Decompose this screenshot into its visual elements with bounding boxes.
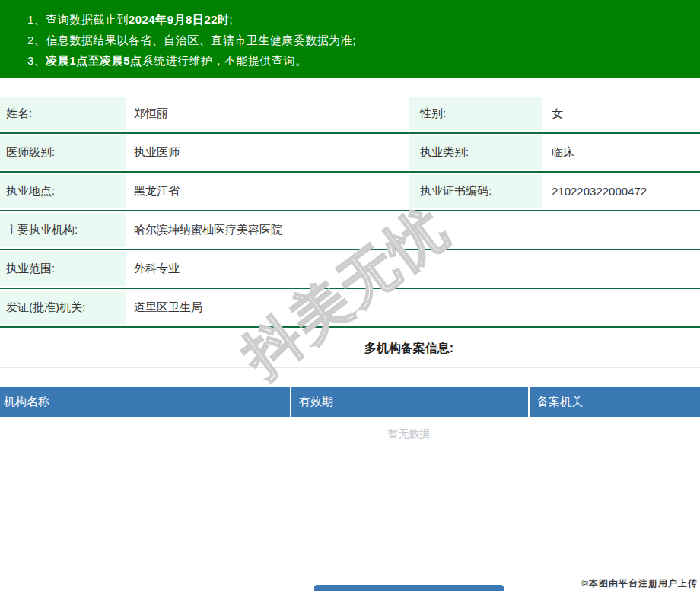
field-label-issuing-authority: 发证(批准)机关: xyxy=(0,291,126,325)
no-data-placeholder: 暂无数据 xyxy=(0,417,700,450)
table-row: 发证(批准)机关: 道里区卫生局 xyxy=(0,291,700,325)
field-label-name: 姓名: xyxy=(0,97,126,131)
column-header-institution-name: 机构名称 xyxy=(0,387,290,417)
notice-highlight: 凌晨1点至凌晨5点 xyxy=(46,54,142,67)
row-divider xyxy=(0,171,700,173)
field-value-practice-type: 临床 xyxy=(542,135,700,170)
row-divider xyxy=(0,132,700,134)
notice-line: 2、信息数据结果以各省、自治区、直辖市卫生健康委数据为准; xyxy=(27,30,700,50)
row-divider xyxy=(0,326,700,328)
field-label-main-institution: 主要执业机构: xyxy=(0,213,126,247)
notice-number: 1、 xyxy=(27,13,46,26)
close-window-button[interactable]: 〖关闭窗口〗 xyxy=(314,585,504,591)
table-row: 主要执业机构: 哈尔滨坤纳蜜柚医疗美容医院 xyxy=(0,213,700,247)
practitioner-info-table: 姓名: 郑恒丽 性别: 女 医师级别: 执业医师 执业类别: 临床 执业地点: … xyxy=(0,97,700,328)
field-label-gender: 性别: xyxy=(409,97,542,131)
row-divider xyxy=(0,210,700,211)
notice-text: ; xyxy=(230,13,234,26)
field-label-practice-type: 执业类别: xyxy=(409,135,542,170)
table-row: 执业地点: 黑龙江省 执业证书编码: 210220322000472 xyxy=(0,174,700,208)
table-bottom-divider xyxy=(0,462,700,462)
notice-banner: 1、查询数据截止到2024年9月8日22时; 2、信息数据结果以各省、自治区、直… xyxy=(0,0,700,78)
row-divider xyxy=(0,288,700,289)
field-label-certificate-no: 执业证书编码: xyxy=(409,174,542,208)
notice-text: 查询数据截止到 xyxy=(46,13,129,26)
table-row: 姓名: 郑恒丽 性别: 女 xyxy=(0,97,700,131)
notice-highlight: 2024年9月8日22时 xyxy=(129,13,230,26)
field-value-practice-place: 黑龙江省 xyxy=(126,174,409,208)
multi-institution-section-title: 多机构备案信息: xyxy=(0,340,700,356)
field-value-main-institution: 哈尔滨坤纳蜜柚医疗美容医院 xyxy=(126,213,700,247)
upload-credit-text: ©本图由平台注册用户上传 xyxy=(581,577,698,590)
table-row: 医师级别: 执业医师 执业类别: 临床 xyxy=(0,135,700,170)
field-value-gender: 女 xyxy=(542,97,700,131)
filing-table-header: 机构名称 有效期 备案机关 xyxy=(0,387,700,417)
notice-line: 1、查询数据截止到2024年9月8日22时; xyxy=(27,9,700,30)
field-value-practice-scope: 外科专业 xyxy=(126,252,700,286)
notice-number: 3、 xyxy=(27,54,46,67)
column-header-validity-period: 有效期 xyxy=(290,387,528,417)
query-result-page: 1、查询数据截止到2024年9月8日22时; 2、信息数据结果以各省、自治区、直… xyxy=(0,0,700,591)
row-divider xyxy=(0,249,700,250)
notice-number: 2、 xyxy=(27,33,46,46)
field-value-doctor-level: 执业医师 xyxy=(126,135,409,170)
field-value-certificate-no: 210220322000472 xyxy=(542,174,700,208)
field-label-practice-scope: 执业范围: xyxy=(0,252,126,286)
notice-text: 系统进行维护，不能提供查询。 xyxy=(142,54,307,67)
field-label-doctor-level: 医师级别: xyxy=(0,135,126,170)
field-value-name: 郑恒丽 xyxy=(126,97,409,131)
notice-line: 3、凌晨1点至凌晨5点系统进行维护，不能提供查询。 xyxy=(27,50,700,71)
field-value-issuing-authority: 道里区卫生局 xyxy=(126,291,700,325)
field-label-practice-place: 执业地点: xyxy=(0,174,126,208)
table-row: 执业范围: 外科专业 xyxy=(0,252,700,286)
column-header-filing-authority: 备案机关 xyxy=(528,387,700,417)
notice-text: 信息数据结果以各省、自治区、直辖市卫生健康委数据为准; xyxy=(46,33,356,46)
section-divider xyxy=(0,367,700,368)
